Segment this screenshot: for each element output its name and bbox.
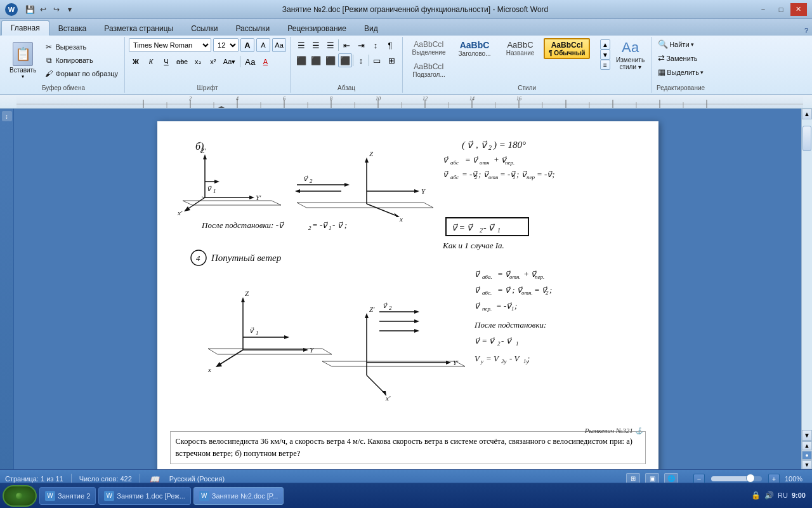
change-styles-button[interactable]: Аа Изменитьстили ▾ (613, 38, 647, 72)
taskbar-item-1[interactable]: W Занятие 2 (39, 487, 96, 505)
clear-format-button[interactable]: Aa (272, 38, 286, 52)
bullets-button[interactable]: ☰ (294, 38, 308, 52)
save-quick-btn[interactable]: 💾 (24, 4, 36, 15)
tab-review[interactable]: Рецензирование (278, 22, 355, 36)
underline-button[interactable]: Ч (159, 55, 173, 69)
subscript-button[interactable]: x₂ (191, 55, 205, 69)
help-button[interactable]: ? (802, 25, 811, 36)
tab-mailings[interactable]: Рассылки (226, 22, 278, 36)
format-painter-icon: 🖌 (44, 69, 54, 79)
scroll-down-button[interactable]: ▼ (802, 430, 812, 441)
taskbar-item-3[interactable]: W Занятие №2.doc [Р... (193, 487, 284, 505)
font-color-button[interactable]: А (258, 55, 272, 69)
taskbar-item-2[interactable]: W Занятие 1.doc [Реж... (98, 487, 191, 505)
tab-view[interactable]: Вид (355, 22, 387, 36)
tray-network-icon: 🔒 (751, 491, 761, 500)
format-painter-button[interactable]: 🖌 Формат по образцу (41, 67, 121, 80)
textbox-anchor[interactable]: ⚓ (635, 427, 643, 434)
strikethrough-button[interactable]: abc (174, 55, 190, 69)
svg-text:v⃗: v⃗ (475, 285, 481, 295)
titlebar-left: W 💾 ↩ ↪ ▾ (5, 3, 75, 16)
borders-button[interactable]: ⊞ (384, 53, 398, 67)
italic-button[interactable]: К (144, 55, 158, 69)
show-formatting-button[interactable]: ¶ (383, 38, 397, 52)
styles-scroll-down[interactable]: ▼ (600, 50, 610, 60)
shading-button[interactable]: ▭ (370, 53, 384, 67)
sidebar-ruler-icon[interactable]: ↕ (2, 111, 12, 121)
scroll-track[interactable] (802, 119, 812, 430)
svg-line-127 (322, 349, 332, 354)
svg-text:v⃗: v⃗ (475, 301, 481, 311)
zoom-slider[interactable] (711, 476, 762, 481)
document-area[interactable]: б) ( v⃗ , v⃗ 2 ) = 180° Z' (14, 109, 801, 469)
scroll-up-button[interactable]: ▲ (802, 109, 812, 119)
select-browse-button[interactable]: ● (802, 451, 812, 460)
style-normal[interactable]: AaBbCcI ¶ Обычный (544, 38, 590, 59)
svg-text:v⃗: v⃗ (207, 185, 212, 192)
style-selection[interactable]: AaBbCcI Выделение (407, 38, 451, 59)
multilevel-button[interactable]: ☰ (324, 38, 337, 52)
maximize-button[interactable]: □ (773, 3, 789, 16)
select-button[interactable]: ▦ Выделить ▾ (655, 66, 706, 78)
style-heading1[interactable]: AaBbC Заголово... (452, 38, 497, 59)
tab-home[interactable]: Главная (1, 20, 49, 36)
clipboard-small-buttons: ✂ Вырезать ⧉ Копировать 🖌 Формат по обра… (41, 41, 121, 80)
ribbon-tabs: Главная Вставка Разметка страницы Ссылки… (0, 19, 812, 36)
styles-scroll-up[interactable]: ▲ (600, 39, 610, 50)
svg-text:Y: Y (310, 346, 315, 354)
customize-quick-btn[interactable]: ▾ (64, 4, 75, 15)
minimize-button[interactable]: − (755, 3, 771, 16)
language[interactable]: Русский (Россия) (169, 475, 225, 483)
font-size-select[interactable]: 12 (213, 38, 239, 52)
increase-indent-button[interactable]: ⇥ (354, 38, 368, 52)
svg-text:(: ( (462, 140, 466, 150)
cut-button[interactable]: ✂ Вырезать (41, 41, 121, 53)
undo-quick-btn[interactable]: ↩ (37, 4, 49, 15)
next-page-button[interactable]: ▼ (802, 460, 812, 469)
svg-text:14: 14 (469, 96, 475, 102)
svg-line-60 (272, 201, 281, 205)
font-name-select[interactable]: Times New Roman (129, 38, 211, 52)
change-case-button[interactable]: Аа▾ (221, 55, 238, 69)
tab-insert[interactable]: Вставка (49, 22, 96, 36)
line-spacing-button[interactable]: ↕ (354, 53, 368, 67)
find-icon: 🔍 (658, 39, 668, 49)
zoom-percentage[interactable]: 100% (785, 475, 807, 483)
find-button[interactable]: 🔍 Найти ▾ (655, 38, 696, 50)
svg-text:пер.: пер. (535, 274, 544, 280)
numbering-button[interactable]: ☰ (309, 38, 323, 52)
svg-text:2: 2 (389, 305, 392, 311)
tab-page-layout[interactable]: Разметка страницы (95, 22, 182, 36)
svg-text:1: 1 (513, 174, 516, 180)
scroll-thumb[interactable] (802, 126, 811, 151)
close-button[interactable]: ✕ (790, 3, 807, 16)
style-subtitle[interactable]: AaBbCcI Подзагол... (407, 60, 451, 80)
svg-marker-72 (295, 189, 300, 193)
paste-button[interactable]: 📋 Вставить ▾ (6, 40, 39, 81)
decrease-indent-button[interactable]: ⇤ (339, 38, 353, 52)
align-center-button[interactable]: ⬛ (309, 53, 323, 67)
prev-page-button[interactable]: ▲ (802, 441, 812, 450)
svg-text:v⃗: v⃗ (249, 326, 254, 334)
justify-button[interactable]: ⬛ (338, 53, 352, 67)
style-title[interactable]: AaBbC Название (498, 38, 542, 59)
copy-button[interactable]: ⧉ Копировать (41, 54, 121, 67)
decrease-font-button[interactable]: A (256, 38, 270, 52)
styles-expand[interactable]: ≡ (600, 60, 610, 70)
svg-text:После подстановки:: После подстановки: (474, 320, 546, 330)
start-button[interactable] (3, 485, 37, 507)
tab-references[interactable]: Ссылки (182, 22, 226, 36)
replace-button[interactable]: ⇄ Заменить (655, 52, 700, 64)
sort-button[interactable]: ↕ (369, 38, 383, 52)
svg-marker-134 (414, 319, 419, 323)
clipboard-group: 📋 Вставить ▾ ✂ Вырезать ⧉ Копировать 🖌 (3, 37, 125, 93)
superscript-button[interactable]: x² (206, 55, 220, 69)
redo-quick-btn[interactable]: ↪ (51, 4, 62, 15)
svg-text:Z: Z (245, 290, 249, 297)
align-right-button[interactable]: ⬛ (324, 53, 337, 67)
zoom-slider-thumb[interactable] (746, 474, 755, 483)
increase-font-button[interactable]: A (240, 38, 254, 52)
bold-button[interactable]: Ж (129, 55, 143, 69)
align-left-button[interactable]: ⬛ (294, 53, 308, 67)
highlight-button[interactable]: Аа (243, 55, 257, 69)
